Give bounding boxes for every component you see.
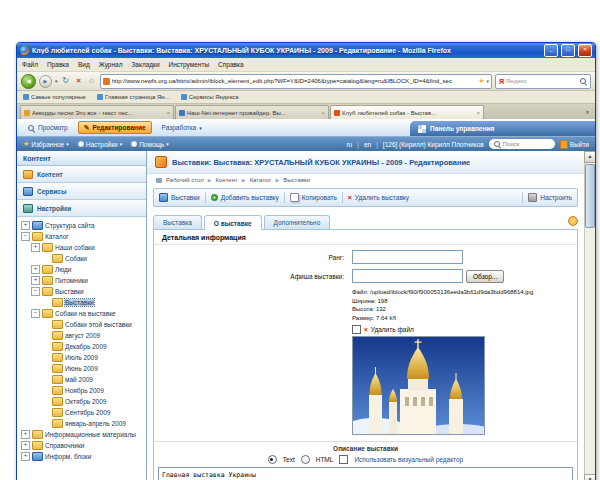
tree-item[interactable]: +Питомники [17, 275, 146, 286]
tree-item[interactable]: Декабрь 2009 [17, 341, 146, 352]
search-engine-label[interactable]: Яндекс [506, 78, 577, 84]
search-icon[interactable] [579, 77, 587, 85]
scroll-down-icon[interactable]: ▼ [584, 474, 596, 480]
expander-icon[interactable]: + [21, 452, 30, 461]
html-mode-radio[interactable] [301, 455, 310, 464]
rank-input[interactable] [352, 250, 463, 264]
tree-item[interactable]: −Выставки [17, 286, 146, 297]
tree-item[interactable]: +Информ. блоки [17, 451, 146, 462]
tree-item[interactable]: Июнь 2009 [17, 363, 146, 374]
sidebar-section-services[interactable]: Сервисы [17, 183, 146, 200]
expander-icon[interactable]: + [21, 430, 30, 439]
tree-item[interactable]: Собаки этой выставки [17, 319, 146, 330]
sidebar-section-content[interactable]: Контент [17, 166, 146, 183]
vertical-scrollbar[interactable]: ▲ ▼ [584, 151, 595, 480]
copy-button[interactable]: Копировать [290, 193, 337, 202]
breadcrumb-item[interactable]: Контент [216, 177, 238, 183]
description-textarea[interactable]: Главная выставка Украины Ранг FCI-CACIB … [158, 467, 573, 480]
breadcrumb-item[interactable]: Выставки [283, 177, 310, 183]
visual-editor-checkbox[interactable] [339, 455, 348, 464]
add-exhibition-button[interactable]: + Добавить выставку [211, 194, 279, 201]
url-dropdown-icon[interactable]: ▾ [486, 78, 489, 84]
close-button[interactable]: × [578, 44, 592, 57]
expander-icon[interactable]: + [31, 276, 40, 285]
tree-item[interactable]: −Собаки на выставке [17, 308, 146, 319]
tree-item[interactable]: Собаки [17, 253, 146, 264]
bookmark-star-icon[interactable]: ★ [478, 77, 484, 85]
lang-en-link[interactable]: en [364, 141, 371, 148]
breadcrumb-item[interactable]: Рабочий стол [166, 177, 204, 183]
menu-file[interactable]: Файл [22, 61, 38, 68]
tab-close-icon[interactable]: × [321, 110, 325, 116]
history-dropdown-icon[interactable]: ▾ [55, 78, 58, 84]
bookmark-item[interactable]: Сервисы Яндекса [181, 94, 239, 100]
tree-item[interactable]: Сентябрь 2009 [17, 407, 146, 418]
tab-close-icon[interactable]: × [476, 110, 480, 116]
control-panel-tab[interactable]: Панель управления [410, 121, 595, 136]
mode-tab-edit[interactable]: ✎ Редактирование [78, 121, 152, 134]
visual-editor-label[interactable]: Использовать визуальный редактор [354, 456, 463, 463]
url-bar[interactable]: http://www.newfs.org.ua/bitrix/admin/ibl… [100, 74, 492, 89]
tree-item[interactable]: −Каталог [17, 231, 146, 242]
help-menu[interactable]: Помощь ▾ [131, 141, 169, 148]
tab-close-icon[interactable]: × [166, 110, 170, 116]
expander-icon[interactable]: + [21, 221, 30, 230]
current-user[interactable]: [126] (Кирилл) Кирилл Плотников [383, 141, 484, 148]
url-text[interactable]: http://www.newfs.org.ua/bitrix/admin/ibl… [112, 78, 477, 84]
tree-item[interactable]: Октябрь 2009 [17, 396, 146, 407]
admin-search-box[interactable]: Поиск [489, 139, 555, 149]
back-button[interactable]: ◀ [21, 74, 36, 89]
refresh-icon[interactable]: ↻ [61, 76, 71, 86]
tab-exhibition[interactable]: Выставка [153, 215, 202, 229]
menu-tools[interactable]: Инструменты [169, 61, 210, 68]
tree-item[interactable]: август 2009 [17, 330, 146, 341]
favorites-menu[interactable]: ★ Избранное ▾ [23, 140, 69, 148]
scroll-up-icon[interactable]: ▲ [584, 151, 596, 163]
text-mode-radio[interactable] [268, 455, 277, 464]
browser-tab[interactable]: Аккорды песни Это все - текст пес... × [20, 105, 174, 119]
browser-tab[interactable]: Наш-Net интернет провайдер. Вы... × [175, 105, 329, 119]
tab-settings-icon[interactable] [568, 216, 578, 226]
expander-icon[interactable]: + [31, 243, 40, 252]
tab-list-dropdown-icon[interactable]: ▼ [583, 109, 592, 115]
stop-icon[interactable]: × [74, 76, 84, 86]
bookmark-item[interactable]: Главная страница Ян... [97, 94, 170, 100]
tab-about-exhibition[interactable]: О выставке [204, 215, 262, 230]
poster-file-input[interactable] [352, 269, 463, 283]
bookmark-item[interactable]: Самые популярные [23, 94, 86, 100]
menu-help[interactable]: Справка [218, 61, 244, 68]
expander-icon[interactable]: − [31, 287, 40, 296]
tree-item[interactable]: май 2009 [17, 374, 146, 385]
home-icon[interactable]: ⌂ [87, 76, 97, 86]
sidebar-section-settings[interactable]: Настройки [17, 200, 146, 217]
tree-item-selected[interactable]: Выставки [17, 297, 146, 308]
tree-item[interactable]: +Справочники [17, 440, 146, 451]
tree-item[interactable]: +Люди [17, 264, 146, 275]
tree-item[interactable]: +Наши собаки [17, 242, 146, 253]
window-titlebar[interactable]: Клуб любителей собак - Выставки: Выставк… [17, 43, 595, 58]
forward-button[interactable]: ▶ [39, 75, 52, 88]
back-to-list-button[interactable]: Выставки [159, 193, 200, 202]
tree-item[interactable]: Ноябрь 2009 [17, 385, 146, 396]
settings-menu[interactable]: Настройки ▾ [78, 141, 122, 148]
expander-icon[interactable]: − [31, 309, 40, 318]
menu-history[interactable]: Журнал [99, 61, 123, 68]
delete-file-checkbox[interactable] [352, 325, 361, 334]
minimize-button[interactable]: _ [544, 44, 558, 57]
expander-icon[interactable]: + [31, 265, 40, 274]
configure-button[interactable]: Настроить [528, 193, 572, 202]
tree-item[interactable]: +Структура сайта [17, 220, 146, 231]
menu-edit[interactable]: Правка [47, 61, 69, 68]
html-mode-label[interactable]: HTML [316, 456, 334, 463]
browser-tab-active[interactable]: Клуб любителей собак - Выстав... × [330, 105, 484, 119]
mode-tab-develop[interactable]: Разработка ▾ [157, 123, 207, 133]
menu-view[interactable]: Вид [78, 61, 90, 68]
lang-ru-link[interactable]: ru [346, 141, 352, 148]
tree-item[interactable]: Июль 2009 [17, 352, 146, 363]
tree-item[interactable]: +Информационные материалы [17, 429, 146, 440]
expander-icon[interactable]: + [21, 441, 30, 450]
mode-tab-view[interactable]: Просмотр [22, 122, 73, 133]
expander-icon[interactable]: − [21, 232, 30, 241]
tab-additional[interactable]: Дополнительно [264, 215, 331, 229]
maximize-button[interactable]: □ [561, 44, 575, 57]
